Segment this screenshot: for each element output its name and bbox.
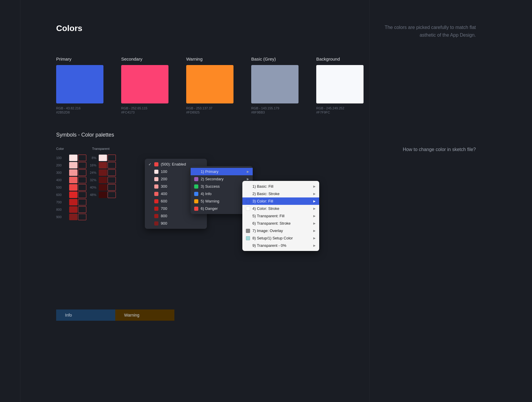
menu3-item[interactable]: 5) Transparent: Fill ▶ [242, 212, 319, 220]
menu3-item-label: 2) Basic: Stroke [252, 192, 280, 196]
page-title: Colors [56, 24, 82, 33]
color-rgb: RGB - 143.155.179 [251, 106, 299, 110]
menu3-item[interactable]: 6) Transparent: Stroke ▶ [242, 220, 319, 227]
palette-col2-header: Transparent [87, 147, 114, 150]
menu2-item-dot [194, 177, 198, 181]
menu1-item-label: 800 [161, 214, 203, 218]
menu2-item-label: 4) Info [201, 192, 247, 196]
palette-row: 800 [56, 206, 121, 213]
color-rgb: RGB - 252.65.115 [121, 106, 168, 110]
menu3-item[interactable]: 3) Color: Fill ▶ [242, 197, 319, 205]
menu3-item-label: 5) Transparent: Fill [252, 214, 284, 218]
palette-row: 900 [56, 214, 121, 220]
menu3-item[interactable]: 7) Image: Overlay ▶ [242, 227, 319, 234]
menu3-swatch-empty [246, 214, 250, 218]
color-palette-item: Warning RGB - 253.137.37 #FD8925 [186, 56, 233, 114]
menu3-item-label: 7) Image: Overlay [252, 228, 283, 233]
menu3-arrow-icon: ▶ [313, 207, 316, 210]
menu3-swatch-empty [246, 221, 250, 226]
palette-table: Color Transparent 100 8% 200 16% [56, 147, 121, 295]
color-hex: #2B52D8 [56, 111, 103, 114]
color-palette-label: Primary [56, 56, 103, 61]
transparent-pct: 24% [87, 171, 96, 174]
color-hex: #8F9BB3 [251, 111, 299, 114]
menu1-item-dot [154, 192, 158, 196]
palette-row: 100 8% [56, 155, 121, 161]
transparent-pct: 40% [87, 186, 96, 189]
menu3-item-label: 8) Setup/1) Setup Color [252, 236, 293, 240]
menu3-arrow-icon: ▶ [313, 236, 316, 240]
menu3-swatch-empty [246, 184, 250, 189]
color-hex: #FC4173 [121, 111, 168, 114]
palette-row-num: 200 [56, 163, 68, 167]
menu3-arrow-icon: ▶ [313, 214, 316, 218]
transparent-pct: 48% [87, 193, 96, 197]
menu3-swatch [246, 207, 250, 211]
menu2-item-dot [194, 170, 198, 174]
menu3-swatch [246, 236, 250, 240]
swatch-trans-color [99, 184, 107, 191]
color-swatch [186, 65, 233, 103]
swatch-dark [78, 155, 86, 161]
palette-row-num: 800 [56, 208, 68, 211]
palette-row: 700 [56, 199, 121, 205]
palette-row-num: 700 [56, 200, 68, 204]
menu3-item[interactable]: 9) Transparent - 0% ▶ [242, 242, 319, 249]
palette-color-cells [69, 169, 86, 176]
palette-row-num: 400 [56, 178, 68, 182]
menu2-item-dot [194, 184, 198, 189]
palette-trans-cells [99, 184, 116, 191]
swatch-color [69, 169, 77, 176]
menu3-item[interactable]: 8) Setup/1) Setup Color ▶ [242, 234, 319, 242]
palette-row: 400 32% [56, 177, 121, 183]
palette-color-cells [69, 184, 86, 191]
palette-row-num: 900 [56, 215, 68, 219]
menu2-item[interactable]: 1) Primary ▶ [191, 168, 253, 175]
swatch-color [69, 192, 77, 198]
menu3-item-label: 6) Transparent: Stroke [252, 221, 291, 226]
swatch-color [69, 214, 77, 220]
swatch-color [69, 206, 77, 213]
swatch-dark [78, 162, 86, 168]
color-palette-item: Basic (Grey) RGB - 143.155.179 #8F9BB3 [251, 56, 299, 114]
menu3-swatch [246, 229, 250, 233]
menu3-swatch-empty [246, 192, 250, 196]
swatch-trans-dark [108, 177, 116, 183]
menu2-item-dot [194, 199, 198, 203]
transparent-pct: 16% [87, 163, 96, 167]
swatch-color [69, 162, 77, 168]
menu3-item[interactable]: 2) Basic: Stroke ▶ [242, 190, 319, 197]
palette-color-cells [69, 155, 86, 161]
menu2-item-label: 1) Primary [201, 169, 247, 174]
swatch-color [69, 184, 77, 191]
swatch-trans-dark [108, 169, 116, 176]
checkmark-icon: ✓ [148, 162, 153, 166]
menu3-swatch-empty [246, 244, 250, 248]
menu2-item-label: 2) Secondary [201, 177, 247, 181]
palette-row-num: 600 [56, 193, 68, 197]
swatch-color [69, 199, 77, 205]
menu3-swatch [246, 199, 250, 203]
swatch-dark [78, 169, 86, 176]
palette-row: 300 24% [56, 169, 121, 176]
menu1-item-label: 900 [161, 221, 203, 226]
sketch-menu-3: 1) Basic: Fill ▶ 2) Basic: Stroke ▶ 3) C… [242, 181, 319, 251]
menu2-item-label: 6) Danger [201, 206, 247, 211]
swatch-dark [78, 184, 86, 191]
palette-trans-cells [99, 155, 116, 161]
swatch-trans-color [99, 162, 107, 168]
palette-color-cells [69, 214, 86, 220]
menu2-item-label: 5) Warning [201, 199, 247, 203]
palette-color-cells [69, 162, 86, 168]
warning-label: Warning [124, 313, 140, 317]
color-hex: #F7F9FC [316, 111, 364, 114]
swatch-trans-color [99, 155, 107, 161]
sketch-overlay-area: How to change color in sketch file? ✓ (5… [145, 147, 476, 295]
menu1-item[interactable]: ✓ 900 [145, 220, 207, 227]
menu3-item[interactable]: 1) Basic: Fill ▶ [242, 183, 319, 190]
colors-section: Primary RGB - 43.82.216 #2B52D8 Secondar… [56, 56, 476, 114]
menu1-item-dot [154, 221, 158, 226]
arrow-right-icon: ▶ [247, 170, 249, 173]
menu3-item[interactable]: 4) Color: Stroke ▶ [242, 205, 319, 212]
menu3-arrow-icon: ▶ [313, 200, 316, 203]
